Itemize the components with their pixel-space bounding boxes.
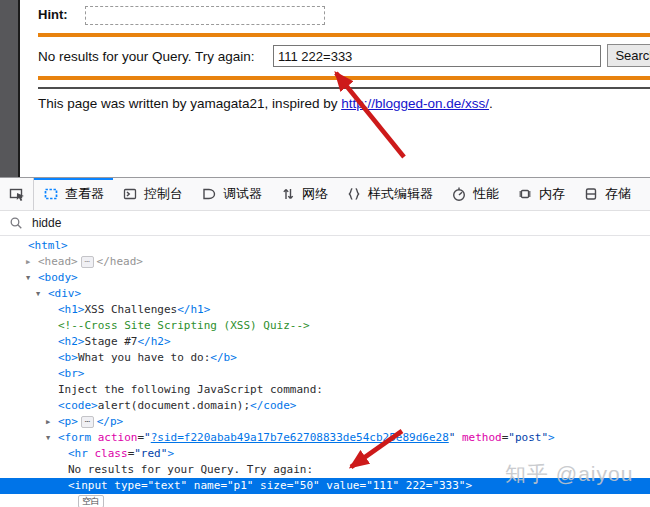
tab-inspector[interactable]: 查看器 bbox=[34, 178, 113, 210]
tree-row[interactable]: <b>What you have to do:</b> bbox=[0, 350, 650, 366]
tree-row[interactable]: <!--Cross Site Scripting (XSS) Quiz--> bbox=[0, 318, 650, 334]
hint-box bbox=[85, 6, 325, 25]
expander-open-icon[interactable]: ▼ bbox=[46, 430, 58, 446]
inspector-search-input[interactable] bbox=[30, 215, 650, 231]
token-text: alert(document.domain); bbox=[98, 399, 250, 412]
token-eq: = bbox=[220, 479, 227, 492]
tree-row[interactable]: ▶<head>⋯</head> bbox=[0, 254, 650, 270]
footer-link[interactable]: http://blogged-on.de/xss/ bbox=[341, 96, 489, 111]
token-tag: </code> bbox=[250, 399, 296, 412]
token-attr: value bbox=[320, 479, 360, 492]
tree-row[interactable]: <br> bbox=[0, 366, 650, 382]
token-val: "text" bbox=[148, 479, 188, 492]
tab-label: 样式编辑器 bbox=[368, 185, 433, 203]
token-text: XSS Challenges bbox=[85, 303, 178, 316]
tab-storage[interactable]: 存储 bbox=[574, 178, 640, 210]
tab-label: 调试器 bbox=[223, 185, 262, 203]
tree-row[interactable]: No results for your Query. Try again: bbox=[0, 462, 650, 478]
token-attr: 222 bbox=[399, 479, 426, 492]
tab-performance[interactable]: 性能 bbox=[442, 178, 508, 210]
tab-accessibility[interactable]: 无障碍 bbox=[640, 178, 650, 210]
tree-row[interactable]: ▼<div> bbox=[0, 286, 650, 302]
token-tag: <form bbox=[58, 431, 91, 444]
token-tag: <p> bbox=[58, 415, 78, 428]
search-icon bbox=[9, 216, 23, 230]
footer-credit: This page was written by yamagata21, ins… bbox=[38, 96, 493, 111]
token-tag: <br> bbox=[58, 367, 85, 380]
token-val: "post" bbox=[508, 431, 548, 444]
devtools-tab-bar: 查看器 控制台 调试器 网络 样式编辑器 性能 bbox=[34, 178, 650, 210]
memory-icon bbox=[517, 186, 533, 202]
token-tag: </head> bbox=[97, 255, 143, 268]
tree-row[interactable]: <h2>Stage #7</h2> bbox=[0, 334, 650, 350]
tab-label: 网络 bbox=[302, 185, 328, 203]
query-input[interactable] bbox=[273, 45, 601, 67]
tree-row[interactable]: ▶<p>⋯</p> bbox=[0, 414, 650, 430]
tree-row[interactable]: <html> bbox=[0, 238, 650, 254]
performance-icon bbox=[451, 186, 467, 202]
no-results-text: No results for your Query. Try again: bbox=[38, 49, 255, 64]
token-val: "111" bbox=[366, 479, 399, 492]
inspector-icon bbox=[43, 186, 59, 202]
orange-rule-bottom bbox=[38, 76, 650, 80]
expander-closed-icon[interactable]: ▶ bbox=[26, 254, 38, 270]
token-tag: <hr bbox=[68, 447, 88, 460]
token-tag: <div> bbox=[48, 287, 81, 300]
webpage-viewport: Hint: No results for your Query. Try aga… bbox=[0, 0, 650, 177]
token-tag: <input bbox=[68, 479, 108, 492]
token-eq: = bbox=[141, 479, 148, 492]
tab-label: 控制台 bbox=[144, 185, 183, 203]
tree-row[interactable]: 空白 bbox=[0, 494, 650, 507]
tab-console[interactable]: 控制台 bbox=[113, 178, 192, 210]
token-val: " bbox=[144, 431, 151, 444]
token-tag: <code> bbox=[58, 399, 98, 412]
expander-open-icon[interactable]: ▼ bbox=[36, 286, 48, 302]
tab-style-editor[interactable]: 样式编辑器 bbox=[337, 178, 442, 210]
tree-row[interactable]: <code>alert(document.domain);</code> bbox=[0, 398, 650, 414]
tree-row[interactable]: <input type="text" name="p1" size="50" v… bbox=[0, 478, 650, 494]
token-badge: 空白 bbox=[78, 495, 104, 507]
token-attr: size bbox=[254, 479, 287, 492]
token-text: No results for your Query. Try again: bbox=[68, 463, 313, 476]
token-text: What you have to do: bbox=[78, 351, 210, 364]
tree-row[interactable]: <h1>XSS Challenges</h1> bbox=[0, 302, 650, 318]
dom-tree: <html>▶<head>⋯</head>▼<body>▼<div><h1>XS… bbox=[0, 236, 650, 507]
inspector-search-bar bbox=[0, 211, 650, 236]
tree-row[interactable]: Inject the following JavaScript command: bbox=[0, 382, 650, 398]
token-attr: method bbox=[455, 431, 501, 444]
token-tag: <html> bbox=[28, 239, 68, 252]
token-link: ?sid=f220abab49a17b7e62708833de54cb25e89… bbox=[151, 431, 449, 444]
tree-row[interactable]: <hr class="red"> bbox=[0, 446, 650, 462]
tab-memory[interactable]: 内存 bbox=[508, 178, 574, 210]
tab-label: 内存 bbox=[539, 185, 565, 203]
style-editor-icon bbox=[346, 186, 362, 202]
token-tag: <head> bbox=[38, 255, 78, 268]
token-val: "333" bbox=[432, 479, 465, 492]
expander-open-icon[interactable]: ▼ bbox=[26, 270, 38, 286]
tree-row[interactable]: ▼<form action="?sid=f220abab49a17b7e6270… bbox=[0, 430, 650, 446]
search-button[interactable]: Search bbox=[607, 44, 650, 67]
tab-debugger[interactable]: 调试器 bbox=[192, 178, 271, 210]
token-tag: > bbox=[548, 431, 555, 444]
token-tag: </h2> bbox=[137, 335, 170, 348]
tab-network[interactable]: 网络 bbox=[271, 178, 337, 210]
token-tag: <body> bbox=[38, 271, 78, 284]
network-icon bbox=[280, 186, 296, 202]
tree-row[interactable]: ▼<body> bbox=[0, 270, 650, 286]
token-attr: name bbox=[187, 479, 220, 492]
token-attr: class bbox=[88, 447, 128, 460]
tab-label: 查看器 bbox=[65, 185, 104, 203]
expander-closed-icon[interactable]: ▶ bbox=[46, 414, 58, 430]
token-tag: </h1> bbox=[177, 303, 210, 316]
token-val: "50" bbox=[293, 479, 320, 492]
token-attr: action bbox=[91, 431, 137, 444]
token-tag: </p> bbox=[97, 415, 124, 428]
tab-label: 存储 bbox=[605, 185, 631, 203]
footer-text-prefix: This page was written by yamagata21, ins… bbox=[38, 96, 341, 111]
element-picker-button[interactable] bbox=[0, 178, 34, 210]
storage-icon bbox=[583, 186, 599, 202]
element-picker-icon bbox=[8, 185, 26, 203]
console-icon bbox=[122, 186, 138, 202]
token-tag: </b> bbox=[210, 351, 237, 364]
page-side-strip bbox=[0, 0, 20, 177]
